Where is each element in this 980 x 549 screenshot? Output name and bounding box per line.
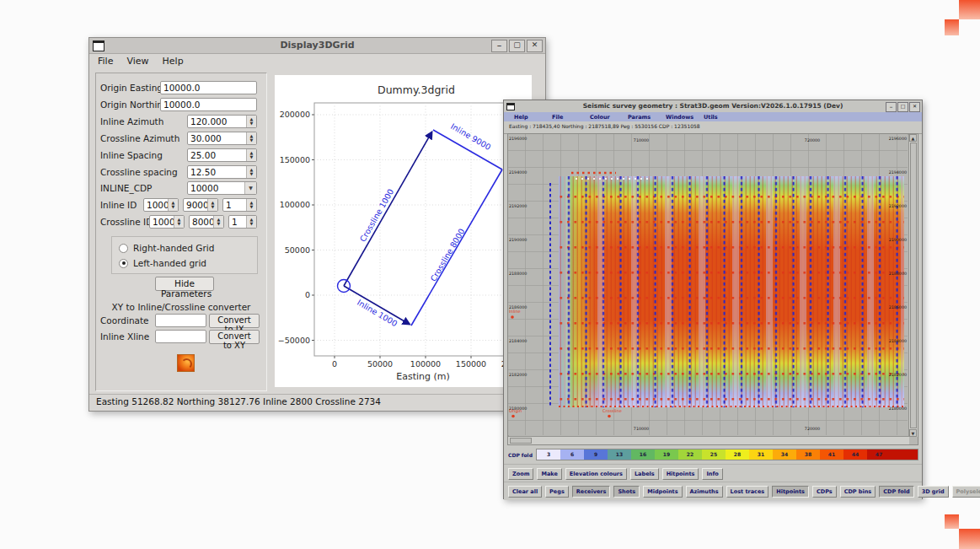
- crossline-id-label: Crossline ID: [100, 217, 153, 227]
- maximize-button[interactable]: [897, 102, 908, 112]
- convert-to-ix-button[interactable]: Convert to IX: [209, 314, 260, 328]
- cdp-fold-toggle[interactable]: CDP fold: [879, 486, 913, 498]
- radio-unselected-icon[interactable]: [119, 244, 128, 253]
- menu-windows[interactable]: Windows: [656, 114, 693, 121]
- 3d-grid-toggle[interactable]: 3D grid: [918, 486, 949, 498]
- accent-square-bottom-small: [945, 514, 959, 529]
- origin-label: Origin: [509, 408, 522, 414]
- svg-text:720000: 720000: [805, 138, 820, 143]
- menu-help[interactable]: Help: [163, 56, 184, 67]
- inline-xline-input[interactable]: [155, 330, 206, 343]
- svg-text:0: 0: [332, 359, 337, 369]
- origin-easting-label: Origin Easting: [100, 83, 163, 93]
- converter-heading: XY to Inline/Crossline converter: [96, 302, 266, 312]
- svg-text:710000: 710000: [634, 427, 649, 431]
- menu-bar: Help File Colour Params Windows Utils: [504, 112, 922, 121]
- inline-id-label: Inline ID: [100, 200, 137, 210]
- menu-colour[interactable]: Colour: [580, 114, 618, 121]
- coordinate-input[interactable]: [155, 314, 206, 327]
- spinner-arrows-icon[interactable]: [246, 116, 256, 127]
- accent-square-bottom-big: [959, 529, 980, 549]
- display3dgrid-window: Display3DGrid File View Help Origin East…: [88, 37, 546, 412]
- spinner-arrows-icon[interactable]: [213, 216, 223, 228]
- title-bar[interactable]: Seismic survey geometry : Strat3D.geom V…: [504, 100, 922, 113]
- hitpoints-toggle[interactable]: Hitpoints: [772, 486, 809, 498]
- hide-parameters-button[interactable]: Hide Parameters: [155, 277, 214, 291]
- menu-utils[interactable]: Utils: [693, 114, 731, 121]
- cdp-fold-legend: CDP fold 3 6 9 13 16 19 22 25 28 31 34 3…: [504, 446, 922, 463]
- spinner-arrows-icon[interactable]: [174, 216, 184, 228]
- svg-text:50000: 50000: [367, 359, 393, 369]
- coordinate-label: Coordinate: [100, 315, 149, 326]
- scroll-up-icon[interactable]: ▲: [909, 134, 917, 142]
- scroll-down-icon[interactable]: ▼: [909, 429, 917, 437]
- svg-text:100000: 100000: [280, 200, 310, 209]
- menu-view[interactable]: View: [126, 56, 148, 67]
- fold-map-svg: 21960002194000 21920002190000 2188000218…: [508, 134, 908, 435]
- pegs-button[interactable]: Pegs: [545, 486, 569, 498]
- horizontal-scrollbar[interactable]: [508, 436, 909, 444]
- spinner-arrows-icon[interactable]: [246, 216, 256, 228]
- origin-northing-field[interactable]: [160, 98, 257, 111]
- cdp-bins-toggle[interactable]: CDP bins: [840, 486, 876, 498]
- right-handed-grid-option[interactable]: Right-handed Grid: [119, 242, 214, 254]
- zoom-button[interactable]: Zoom: [508, 468, 533, 480]
- combo-dropdown-icon[interactable]: [244, 182, 256, 194]
- spinner-arrows-icon[interactable]: [246, 132, 256, 144]
- menu-file[interactable]: File: [98, 56, 113, 67]
- shots-toggle[interactable]: Shots: [613, 486, 640, 498]
- cdp-fold-label: CDP fold: [504, 452, 536, 458]
- fold-segment: 44: [843, 449, 867, 460]
- make-button[interactable]: Make: [537, 468, 561, 480]
- labels-button[interactable]: Labels: [630, 468, 659, 480]
- inline-axis-marker: [511, 315, 514, 319]
- horizontal-scroll-thumb[interactable]: [510, 438, 532, 444]
- grid-handedness-group: Right-handed Grid Left-handed grid: [111, 236, 258, 274]
- maximize-button[interactable]: [509, 40, 525, 52]
- title-bar[interactable]: Display3DGrid: [89, 38, 545, 54]
- receivers-toggle[interactable]: Receivers: [572, 486, 611, 498]
- hitpoints-button[interactable]: Hitpoints: [662, 468, 699, 480]
- radio-selected-icon[interactable]: [119, 259, 128, 268]
- minimize-button[interactable]: [491, 40, 507, 52]
- azimuths-toggle[interactable]: Azimuths: [686, 486, 723, 498]
- svg-text:150000: 150000: [280, 155, 310, 164]
- fold-segment: 25: [702, 449, 726, 460]
- cdps-toggle[interactable]: CDPs: [812, 486, 837, 498]
- close-button[interactable]: [527, 40, 543, 52]
- spinner-arrows-icon[interactable]: [246, 166, 256, 178]
- clear-all-button[interactable]: Clear all: [508, 486, 542, 498]
- vertical-scrollbar[interactable]: ▲ ▼: [908, 134, 918, 437]
- crossline-axis-marker: [608, 415, 611, 418]
- info-button[interactable]: Info: [702, 468, 722, 480]
- svg-text:2184000: 2184000: [509, 339, 527, 343]
- lost-traces-toggle[interactable]: Lost traces: [726, 486, 769, 498]
- spinner-arrows-icon[interactable]: [207, 199, 217, 211]
- spinner-arrows-icon[interactable]: [246, 149, 256, 161]
- svg-text:2190000: 2190000: [509, 238, 527, 242]
- spinner-arrows-icon[interactable]: [246, 199, 256, 211]
- spinner-arrows-icon[interactable]: [168, 199, 178, 211]
- coordinate-readout: Easting : 718435,40 Northing : 2187518,8…: [504, 121, 922, 134]
- svg-text:100000: 100000: [410, 359, 441, 369]
- left-handed-grid-option[interactable]: Left-handed grid: [119, 257, 206, 269]
- app-logo-icon: [177, 354, 195, 372]
- fold-map-viewport[interactable]: 21960002194000 21920002190000 2188000218…: [507, 133, 918, 445]
- svg-text:2192000: 2192000: [509, 204, 527, 208]
- menu-params[interactable]: Params: [618, 114, 656, 121]
- elevation-colours-button[interactable]: Elevation colours: [565, 468, 627, 480]
- minimize-button[interactable]: [886, 102, 897, 112]
- svg-text:2188000: 2188000: [509, 272, 527, 276]
- receiver-lines-layer: [559, 176, 904, 407]
- midpoints-toggle[interactable]: Midpoints: [643, 486, 682, 498]
- menu-file[interactable]: File: [542, 114, 580, 121]
- origin-easting-field[interactable]: [160, 81, 257, 94]
- fold-segment: 31: [749, 449, 773, 460]
- close-button[interactable]: [909, 102, 920, 112]
- vertical-scroll-thumb[interactable]: [910, 143, 917, 428]
- x-axis-label: Easting (m): [396, 371, 450, 382]
- menu-help[interactable]: Help: [504, 114, 542, 121]
- fold-segment: 22: [678, 449, 702, 460]
- layers-toolbar: Clear all Pegs Receivers Shots Midpoints…: [504, 482, 922, 500]
- convert-to-xy-button[interactable]: Convert to XY: [209, 330, 260, 344]
